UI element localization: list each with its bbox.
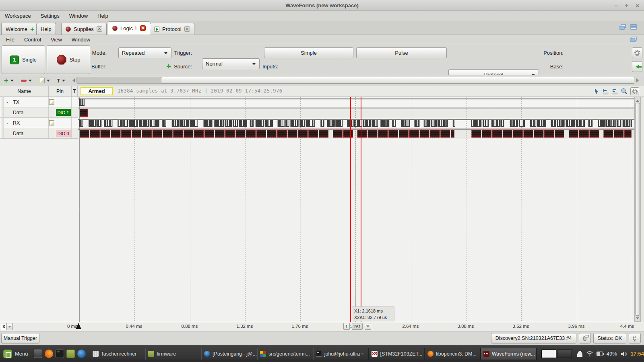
mode-select[interactable]: Repeated [118,47,171,58]
cursor-flag-menu[interactable] [365,323,371,330]
workspace-2[interactable] [557,350,572,358]
add-channel-button[interactable]: + [4,76,14,85]
remove-channel-button[interactable] [21,80,32,82]
pulse-button[interactable]: Pulse [356,47,447,58]
chevron-down-icon[interactable] [47,80,50,82]
battery-icon[interactable] [597,352,603,356]
column-header-name[interactable]: Name [0,86,49,97]
wifi-icon[interactable] [586,351,593,356]
terminal-launcher-icon[interactable] [56,350,64,358]
tile-windows-icon[interactable] [630,24,637,30]
edit-cell[interactable] [49,128,55,138]
taskbar-window-pdf[interactable]: [STM32F103ZET... [369,348,425,360]
trigger-column-button[interactable]: T [57,78,66,84]
workspace-1[interactable] [541,350,556,358]
pin-cell[interactable]: DIO 0 [55,128,72,138]
horizontal-scrollbar[interactable] [71,77,640,84]
row-grip[interactable] [0,107,4,117]
edit-cell[interactable] [49,97,55,107]
signal-name[interactable]: RX [11,118,49,128]
tab-supplies[interactable]: Supplies ✕ [61,23,107,35]
restore-window-icon[interactable] [630,37,637,42]
taskbar-window-calculator[interactable]: Taschenrechner [90,348,146,360]
table-row-rx[interactable]: - RX [0,118,78,128]
minimize-button[interactable]: – [614,2,617,9]
taskbar-window-firefox[interactable]: libopencm3: DM... [425,348,481,360]
status-button[interactable]: Status: OK [593,333,626,343]
vertical-scrollbar[interactable] [634,97,641,322]
maximize-button[interactable]: + [625,2,628,9]
pin-cell[interactable]: DIO 1 [55,107,72,117]
trigger-cell[interactable] [72,128,78,138]
cascade-windows-icon[interactable] [619,24,626,30]
chevron-down-icon[interactable] [7,323,13,330]
menu-help[interactable]: Help [97,13,108,19]
settings-button[interactable] [629,333,641,343]
row-grip[interactable] [0,97,4,107]
menu-settings[interactable]: Settings [41,13,60,19]
close-button[interactable]: × [636,2,639,9]
close-tab-icon[interactable]: ✕ [97,26,102,32]
menu-workspace[interactable]: Workspace [5,13,31,19]
cursor-x1[interactable] [350,97,351,322]
y-cursor-icon[interactable] [612,88,618,95]
add-instrument-icon[interactable]: + [30,27,34,32]
table-row-data1[interactable]: Data DIO 1 [0,107,78,118]
scroll-right-icon[interactable] [635,78,640,83]
tab-protocol[interactable]: Protocol ✕ [150,23,194,35]
scroll-left-icon[interactable] [71,78,76,83]
cursor-flag-2[interactable]: 2Δ1 [352,323,363,330]
chevron-down-icon[interactable] [62,80,65,82]
signal-name[interactable]: TX [11,97,49,107]
cursor-x2[interactable] [361,97,361,322]
tab-logic1[interactable]: Logic 1 ✕ [108,21,150,35]
taskbar-window-editor[interactable]: src/generic/termi... [257,348,313,360]
menu-window2[interactable]: Window [72,37,90,43]
menu-view[interactable]: View [51,37,62,43]
simple-button[interactable]: Simple [264,47,353,58]
x-cursor-icon[interactable] [603,88,609,95]
taskbar-window-terminal[interactable]: johu@johu-ultra ~ [313,348,369,360]
row-grip[interactable] [0,118,4,128]
trigger-cell[interactable] [72,118,78,128]
tab-welcome[interactable]: Welcome + [1,23,39,35]
column-header-t[interactable]: T [72,86,78,97]
base-default-button[interactable] [632,61,642,72]
thunderbird-launcher-icon[interactable] [77,350,86,358]
device-manager-button[interactable] [579,333,591,343]
pin-cell[interactable] [55,97,72,107]
pin-cell[interactable] [55,118,72,128]
menu-window[interactable]: Window [69,13,88,19]
scroll-down-icon[interactable] [636,316,639,321]
single-button[interactable]: 1 Single [2,45,45,74]
stop-button[interactable]: Stop [47,45,90,74]
expander-icon[interactable]: - [4,118,11,128]
trigger-select[interactable]: Normal [202,58,260,69]
manual-trigger-button[interactable]: Manual Trigger [1,333,39,343]
plot-options-button[interactable] [630,87,639,95]
zoom-tool-icon[interactable] [621,88,627,95]
close-tab-icon[interactable]: ✕ [184,26,190,32]
pin-badge[interactable]: DIO 1 [56,109,71,116]
edit-channel-button[interactable] [39,78,50,83]
edit-cell[interactable] [49,107,55,117]
device-button[interactable]: Discovery2 SN:210321A67E33 #4 [491,333,576,343]
firefox-launcher-icon[interactable] [45,350,53,358]
desktop-launcher-icon[interactable] [34,350,42,358]
menu-control[interactable]: Control [24,37,41,43]
taskbar-window-mail[interactable]: [Posteingang - j@... [201,348,257,360]
table-row-data0[interactable]: Data DIO 0 [0,128,78,139]
taskbar-window-folder[interactable]: firmware [145,348,201,360]
close-tab-icon[interactable]: ✕ [140,25,146,31]
edit-cell[interactable] [49,118,55,128]
scrollbar-thumb[interactable] [161,77,634,84]
signal-name[interactable]: Data [11,107,49,117]
table-row-tx[interactable]: - TX [0,97,78,107]
pin-badge[interactable]: DIO 0 [56,130,71,137]
trigger-cell[interactable] [72,107,78,117]
volume-icon[interactable] [621,351,627,357]
axis-unit-combo[interactable]: X [1,323,13,330]
waveform-canvas[interactable] [78,97,635,322]
pointer-tool-icon[interactable] [593,88,600,95]
signal-name[interactable]: Data [11,128,49,138]
